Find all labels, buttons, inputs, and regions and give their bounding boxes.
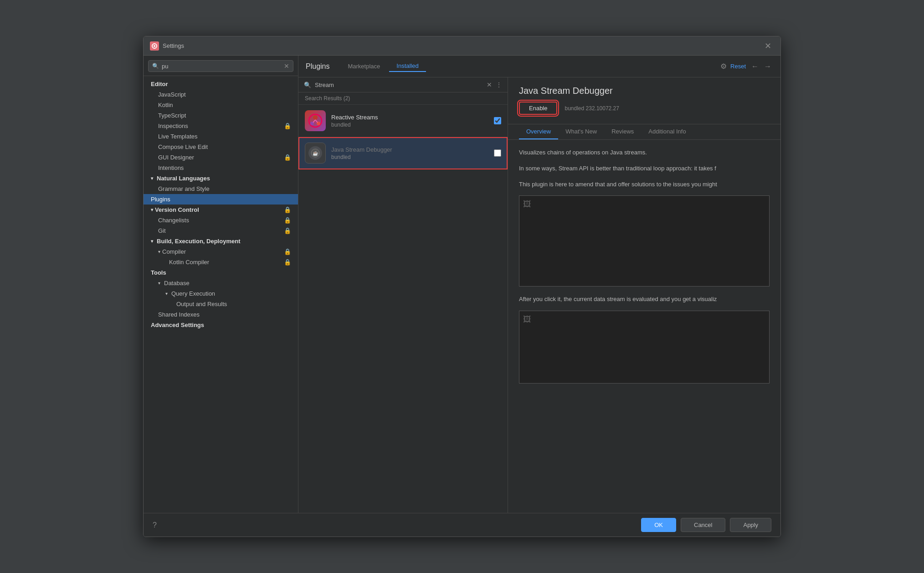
- sidebar-item-kotlin-label: Kotlin: [158, 102, 173, 108]
- sidebar-item-advanced-settings[interactable]: Advanced Settings: [144, 320, 298, 330]
- search-results-label: Search Results (2): [298, 92, 508, 105]
- sidebar-item-plugins[interactable]: Plugins: [144, 194, 298, 205]
- plugins-body: 🔍 ✕ ⋮ Search Results (2): [298, 77, 780, 513]
- sidebar-item-compose-live-edit[interactable]: Compose Live Edit: [144, 142, 298, 152]
- sidebar-item-database[interactable]: ▾ Database: [144, 278, 298, 288]
- sidebar-search-input[interactable]: [162, 63, 281, 70]
- sidebar-item-gui-designer[interactable]: GUI Designer 🔒: [144, 152, 298, 163]
- plugin-checkbox-java-debug[interactable]: [494, 149, 501, 157]
- sidebar-item-intentions-label: Intentions: [158, 164, 184, 171]
- svg-text:☕: ☕: [313, 150, 318, 156]
- sidebar-item-natural-languages[interactable]: ▾ Natural Languages: [144, 173, 298, 184]
- sidebar-item-changelists[interactable]: Changelists 🔒: [144, 215, 298, 225]
- image-icon2: 🖼: [523, 315, 531, 324]
- sidebar-item-inspections[interactable]: Inspections 🔒: [144, 121, 298, 131]
- main-content: Plugins Marketplace Installed ⚙ Reset ← …: [298, 56, 780, 513]
- nav-arrows: ← →: [749, 61, 773, 72]
- sidebar-item-output-results[interactable]: Output and Results: [144, 299, 298, 309]
- tab-overview[interactable]: Overview: [519, 124, 558, 139]
- forward-arrow-icon[interactable]: →: [762, 61, 773, 72]
- sidebar-search-clear-icon[interactable]: ✕: [284, 62, 289, 70]
- plugin-detail-header: Java Stream Debugger Enable bundled 232.…: [508, 77, 780, 124]
- sidebar-item-shared-indexes[interactable]: Shared Indexes: [144, 309, 298, 320]
- lock-icon-gui: 🔒: [284, 154, 291, 161]
- search-icon-plugins: 🔍: [304, 82, 311, 88]
- sidebar-item-git[interactable]: Git 🔒: [144, 225, 298, 236]
- tab-installed[interactable]: Installed: [389, 61, 426, 72]
- close-button[interactable]: ✕: [762, 40, 774, 52]
- cancel-button[interactable]: Cancel: [681, 518, 725, 532]
- sidebar-item-editor[interactable]: Editor: [144, 79, 298, 89]
- enable-button[interactable]: Enable: [519, 102, 557, 115]
- tab-reviews[interactable]: Reviews: [604, 124, 641, 139]
- sidebar-item-typescript[interactable]: TypeScript: [144, 110, 298, 121]
- sidebar: 🔍 ✕ Editor JavaScript Kotlin TypeScript: [144, 56, 298, 513]
- java-stream-debugger-icon: ☕: [305, 143, 326, 164]
- sidebar-item-tools[interactable]: Tools: [144, 267, 298, 278]
- sidebar-item-javascript-label: JavaScript: [158, 91, 186, 98]
- sidebar-item-intentions[interactable]: Intentions: [144, 163, 298, 173]
- gear-icon[interactable]: ⚙: [717, 60, 730, 72]
- ok-button[interactable]: OK: [641, 518, 676, 532]
- sidebar-item-grammar-style[interactable]: Grammar and Style: [144, 184, 298, 194]
- plugins-header: Plugins Marketplace Installed ⚙ Reset ← …: [298, 56, 780, 77]
- plugin-search-menu-icon[interactable]: ⋮: [496, 81, 502, 88]
- sidebar-item-output-results-label: Output and Results: [176, 301, 227, 307]
- lock-icon: 🔒: [284, 123, 291, 129]
- plugin-item-reactive-streams[interactable]: Reactive Streams bundled: [298, 105, 508, 137]
- plugin-screenshot1: 🖼: [519, 195, 770, 286]
- java-debug-inner: ☕: [308, 146, 322, 160]
- sidebar-item-database-label: Database: [164, 280, 190, 286]
- plugin-detail-body: Visualizes chains of operations on Java …: [508, 140, 780, 513]
- back-arrow-icon[interactable]: ←: [749, 61, 760, 72]
- plugin-item-java-stream-debugger[interactable]: ☕ Java Stream Debugger bundled: [298, 137, 508, 169]
- svg-line-6: [313, 120, 315, 123]
- plugin-search-input[interactable]: [315, 82, 483, 88]
- sidebar-item-kotlin-compiler[interactable]: Kotlin Compiler 🔒: [144, 257, 298, 267]
- sidebar-item-compiler[interactable]: ▾ Compiler 🔒: [144, 246, 298, 257]
- sidebar-item-editor-label: Editor: [151, 81, 168, 87]
- sidebar-item-build-exec[interactable]: ▾ Build, Execution, Deployment: [144, 236, 298, 246]
- sidebar-item-query-execution[interactable]: ▾ Query Execution: [144, 288, 298, 299]
- plugin-meta-reactive: bundled: [331, 122, 488, 128]
- sidebar-item-typescript-label: TypeScript: [158, 112, 186, 119]
- titlebar: Settings ✕: [144, 36, 780, 56]
- sidebar-item-kotlin[interactable]: Kotlin: [144, 100, 298, 110]
- plugin-version: bundled 232.10072.27: [565, 105, 619, 112]
- plugin-name-java-debug: Java Stream Debugger: [331, 146, 488, 153]
- plugin-checkbox-reactive[interactable]: [494, 117, 501, 124]
- lock-icon-compiler: 🔒: [284, 249, 291, 255]
- sidebar-item-grammar-style-label: Grammar and Style: [158, 185, 210, 192]
- sidebar-item-version-control[interactable]: ▾ Version Control 🔒: [144, 205, 298, 215]
- sidebar-tree: Editor JavaScript Kotlin TypeScript Insp…: [144, 76, 298, 513]
- sidebar-item-live-templates[interactable]: Live Templates: [144, 131, 298, 142]
- chevron-down-icon-be: ▾: [151, 239, 153, 244]
- lock-icon-git: 🔒: [284, 228, 291, 234]
- chevron-down-icon: ▾: [151, 176, 153, 181]
- help-icon[interactable]: ?: [153, 521, 157, 529]
- dialog-body: 🔍 ✕ Editor JavaScript Kotlin TypeScript: [144, 56, 780, 513]
- apply-button[interactable]: Apply: [730, 518, 771, 532]
- lock-icon-changelists: 🔒: [284, 217, 291, 224]
- plugin-desc1: Visualizes chains of operations on Java …: [519, 148, 770, 158]
- tab-additional-info[interactable]: Additional Info: [641, 124, 693, 139]
- plugin-search-clear-icon[interactable]: ✕: [487, 81, 492, 88]
- plugin-detail-tabs: Overview What's New Reviews Additional I…: [508, 124, 780, 140]
- plugin-info-java-debug: Java Stream Debugger bundled: [331, 146, 488, 160]
- plugin-desc4: After you click it, the current data str…: [519, 295, 770, 304]
- tabs-bar: Marketplace Installed: [340, 61, 717, 72]
- sidebar-item-inspections-label: Inspections: [158, 123, 188, 129]
- reset-button[interactable]: Reset: [730, 63, 746, 70]
- sidebar-item-version-control-label: Version Control: [155, 206, 199, 213]
- dialog-footer: ? OK Cancel Apply: [144, 513, 780, 537]
- plugins-title: Plugins: [306, 62, 329, 71]
- sidebar-item-query-execution-label: Query Execution: [171, 290, 215, 297]
- plugin-detail-title: Java Stream Debugger: [519, 86, 770, 96]
- chevron-down-icon-qe: ▾: [165, 291, 168, 296]
- svg-point-1: [154, 45, 155, 47]
- tab-whats-new[interactable]: What's New: [558, 124, 604, 139]
- lock-icon-kotlin-compiler: 🔒: [284, 259, 291, 266]
- tab-marketplace[interactable]: Marketplace: [340, 61, 387, 72]
- svg-point-3: [313, 115, 318, 120]
- sidebar-item-javascript[interactable]: JavaScript: [144, 89, 298, 100]
